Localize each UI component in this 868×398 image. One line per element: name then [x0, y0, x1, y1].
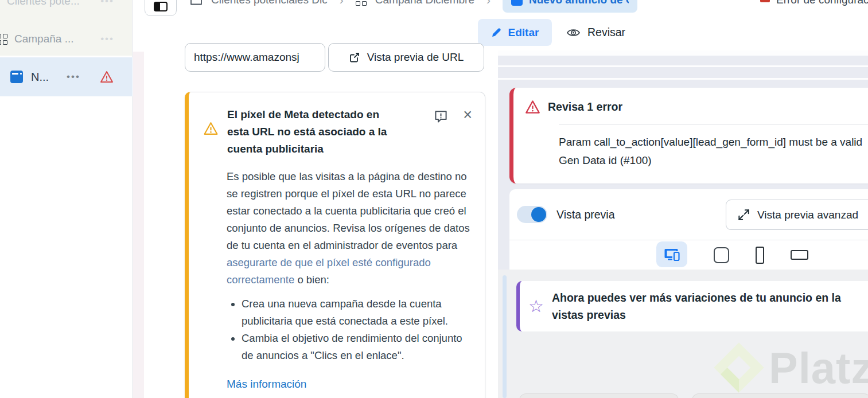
error-message-line: Param call_to_action[value][lead_gen_for… — [559, 133, 868, 151]
chevron-right-icon: › — [336, 0, 347, 7]
sidebar-item-label: Campaña ... — [14, 33, 100, 45]
overflow-menu-icon[interactable]: ••• — [100, 33, 114, 45]
panel-scrollbar[interactable] — [503, 275, 507, 398]
preview-placeholder-card — [692, 393, 868, 398]
breadcrumb-ad-label: Nuevo anuncio de Clien... — [529, 0, 629, 6]
preview-format-selector — [509, 240, 868, 270]
review-panel: Revisa 1 error Param call_to_action[valu… — [498, 50, 868, 398]
overflow-menu-icon[interactable]: ••• — [67, 71, 80, 83]
external-link-icon — [349, 52, 360, 63]
divider — [559, 124, 868, 124]
feedback-bubble-icon[interactable] — [434, 110, 448, 124]
panel-separator — [498, 50, 868, 56]
preview-toggle-label: Vista previa — [556, 208, 615, 221]
platzi-logo-icon — [711, 340, 766, 395]
campaign-tree-sidebar: Clientes pote... ••• Campaña ... ••• N..… — [0, 0, 133, 398]
preview-variations-notice: ☆ Ahora puedes ver más variaciones de tu… — [516, 281, 868, 331]
pixel-warning-card: El píxel de Meta detectado en esta URL n… — [185, 92, 485, 398]
warning-suggestion: Cambia el objetivo de rendimiento del co… — [242, 330, 471, 364]
error-message-line: Gen Data id (#100) — [559, 151, 868, 170]
url-preview-label: Vista previa de URL — [367, 51, 464, 64]
breadcrumb-campaign[interactable]: Clientes potenciales Dic — [211, 0, 328, 6]
platzi-watermark: Platzi — [711, 340, 868, 395]
warning-title: El píxel de Meta detectado en esta URL n… — [227, 106, 400, 158]
sidebar-item-ad-selected[interactable]: N... ••• — [0, 57, 133, 96]
pencil-icon — [491, 27, 502, 38]
breadcrumb: Clientes potenciales Dic › Campaña Dicie… — [190, 0, 637, 13]
adset-grid-icon — [0, 34, 7, 45]
warning-body-text: o bien: — [294, 274, 329, 286]
scroll-gutter[interactable] — [133, 52, 144, 398]
ads-manager-app: Clientes pote... ••• Campaña ... ••• N..… — [0, 0, 868, 398]
tab-review-label: Revisar — [587, 26, 625, 39]
eye-icon — [566, 27, 581, 38]
error-triangle-icon — [525, 100, 540, 114]
warning-body: Es posible que las visitas a la página d… — [227, 168, 480, 288]
sidebar-item-label: N... — [31, 71, 56, 84]
warning-body-text: Es posible que las visitas a la página d… — [227, 170, 470, 251]
error-message: Param call_to_action[value][lead_gen_for… — [559, 133, 868, 170]
folder-icon — [190, 0, 203, 6]
config-error-indicator[interactable]: Error de configuració — [760, 0, 868, 13]
adset-grid-icon — [356, 0, 367, 6]
sidebar-item-label: Clientes pote... — [7, 0, 100, 7]
preview-placeholder-card — [519, 393, 679, 398]
sidebar-item-campaign[interactable]: Clientes pote... ••• — [0, 0, 133, 13]
url-preview-button[interactable]: Vista previa de URL — [328, 43, 484, 72]
format-all-devices-selected[interactable] — [656, 241, 687, 267]
website-url-input[interactable] — [185, 43, 325, 72]
ad-icon — [10, 71, 23, 83]
preview-toggle-card: Vista previa Vista previa avanzad — [509, 189, 868, 240]
ad-icon — [511, 0, 523, 6]
close-icon[interactable]: × — [463, 107, 472, 158]
warning-triangle-icon — [203, 122, 219, 135]
format-vertical-icon[interactable] — [756, 247, 764, 264]
toggle-knob — [531, 207, 546, 222]
advanced-preview-button[interactable]: Vista previa avanzad — [726, 200, 868, 230]
error-bar-icon — [760, 0, 770, 2]
review-error-card: Revisa 1 error Param call_to_action[valu… — [509, 88, 868, 184]
ad-editor-column: Vista previa de URL El píxel de Meta det… — [133, 50, 498, 398]
expand-icon — [738, 209, 750, 221]
more-info-link[interactable]: Más información — [227, 378, 485, 391]
panel-separator — [498, 78, 868, 80]
notice-text: Ahora puedes ver más variaciones de tu a… — [552, 289, 841, 323]
advanced-preview-label: Vista previa avanzad — [757, 209, 858, 221]
desktop-mobile-icon — [664, 248, 680, 262]
panel-separator — [498, 65, 868, 67]
tab-review[interactable]: Revisar — [566, 19, 625, 46]
warning-suggestions-list: Crea una nueva campaña desde la cuenta p… — [240, 295, 471, 364]
config-error-label: Error de configuració — [776, 0, 868, 6]
format-landscape-icon[interactable] — [791, 250, 808, 260]
error-warning-icon — [100, 71, 114, 83]
chevron-right-icon: › — [483, 0, 494, 7]
notice-line: vistas previas — [552, 306, 841, 323]
sidebar-item-adset[interactable]: Campaña ... ••• — [0, 28, 133, 50]
breadcrumb-adset[interactable]: Campaña Diciembre — [375, 0, 474, 6]
tab-edit[interactable]: Editar — [478, 19, 552, 46]
star-icon: ☆ — [528, 298, 544, 315]
breadcrumb-ad-selected[interactable]: Nuevo anuncio de Clien... — [503, 0, 637, 13]
error-card-title: Revisa 1 error — [548, 100, 622, 114]
overflow-menu-icon[interactable]: ••• — [100, 0, 114, 7]
watermark-text: Platzi — [769, 343, 868, 393]
preview-toggle[interactable] — [517, 206, 547, 223]
tab-edit-label: Editar — [508, 26, 539, 39]
warning-suggestion: Crea una nueva campaña desde la cuenta p… — [242, 295, 471, 330]
notice-line: Ahora puedes ver más variaciones de tu a… — [552, 289, 841, 306]
panel-left-icon — [154, 2, 168, 11]
format-square-icon[interactable] — [714, 247, 729, 263]
collapse-sidebar-button[interactable] — [145, 0, 177, 16]
